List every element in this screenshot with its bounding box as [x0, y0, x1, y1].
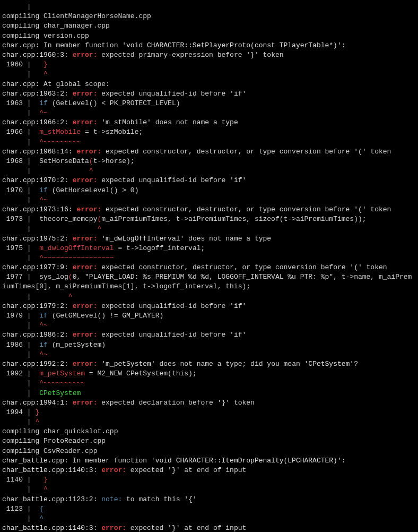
text-segment: char.cpp: [2, 41, 39, 49]
text-segment: compiling ProtoReader.cpp [2, 437, 106, 445]
terminal-line: char.cpp:1975:2: error: 'm_dwLogOffInter… [2, 234, 416, 244]
text-segment: expected constructor, destructor, or typ… [97, 263, 354, 271]
text-segment [68, 360, 73, 368]
text-segment: char.cpp:1970:2: [2, 176, 68, 184]
text-segment: { [188, 495, 193, 503]
text-segment: 1960 | [2, 61, 43, 68]
text-segment: char.cpp:1975:2: [2, 235, 68, 243]
text-segment: expected declaration before ' [97, 399, 221, 407]
text-segment: expected unqualified-id before ' [97, 331, 233, 339]
text-segment: | [2, 109, 39, 117]
text-segment: ^ [43, 485, 48, 493]
text-segment: ^ [43, 70, 48, 78]
text-segment: expected primary-expression before ' [97, 51, 250, 59]
text-segment: ' token [255, 51, 284, 59]
text-segment: ' [97, 118, 106, 126]
text-segment: | [2, 350, 39, 358]
text-segment: ': [337, 457, 346, 465]
text-segment: 1963 | [2, 99, 39, 107]
terminal-output[interactable]: | compiling ClientManagerHorseName.cppco… [0, 0, 418, 532]
text-segment: ^~ [39, 109, 48, 117]
terminal-line: char.cpp:1963:2: error: expected unquali… [2, 89, 416, 99]
terminal-line: | ^~ [2, 108, 416, 118]
text-segment: ( [89, 157, 93, 165]
text-segment: if [39, 186, 48, 194]
text-segment: ' does not name a type; did you mean ' [151, 360, 308, 368]
text-segment: char.cpp: [2, 80, 39, 88]
text-segment: } [250, 51, 255, 59]
text-segment: } [35, 408, 39, 416]
text-segment: error: [76, 148, 101, 156]
terminal-line: 1970 | if (GetHorseLevel() > 0) [2, 186, 416, 195]
text-segment: t->horse); [93, 157, 135, 165]
terminal-line: | ^~~~~~~~~~~ [2, 379, 416, 388]
text-segment: char.cpp:1979:2: [2, 302, 68, 310]
text-segment [68, 51, 73, 59]
text-segment: 1994 | [2, 408, 35, 416]
text-segment: ' does not name a type [180, 235, 272, 243]
text-segment: compiling ClientManagerHorseName.cpp [2, 12, 151, 20]
text-segment: error: [73, 51, 98, 59]
text-segment: | [2, 196, 39, 204]
text-segment [68, 118, 73, 126]
terminal-line: 1963 | if (GetLevel() < PK_PROTECT_LEVEL… [2, 99, 416, 108]
terminal-line: | CPetSystem [2, 389, 416, 398]
text-segment: (m_petSystem) [48, 341, 106, 349]
terminal-line: 1979 | if (GetGMLevel() != GM_PLAYER) [2, 311, 416, 321]
text-segment: 1979 | [2, 312, 39, 320]
text-segment: ^~ [39, 321, 48, 329]
text-segment: error: [101, 466, 126, 474]
text-segment: error: [73, 118, 98, 126]
text-segment: if [234, 176, 242, 184]
text-segment: } [43, 476, 48, 484]
text-segment: 1992 | [2, 370, 39, 377]
text-segment: ( [68, 273, 73, 281]
text-segment: } [43, 61, 48, 68]
terminal-line: char.cpp: In member function 'void CHARA… [2, 41, 416, 50]
terminal-line: char.cpp:1992:2: error: 'm_petSystem' do… [2, 359, 416, 369]
text-segment: | [2, 379, 39, 387]
text-segment: if [39, 99, 48, 107]
text-segment: char_battle.cpp:1123:2: [2, 495, 97, 503]
text-segment: void CHARACTER::SetPlayerProto(const TPl… [126, 41, 337, 49]
text-segment: 1966 | [2, 128, 39, 136]
text-segment: ^~~~~~~~~~~~~~~~~~ [39, 254, 114, 262]
terminal-line: 1960 | } [2, 60, 416, 70]
text-segment: | [2, 514, 39, 522]
text-segment: compiling char_quickslot.cpp [2, 427, 118, 435]
text-segment: (GetGMLevel() != GM_PLAYER) [48, 312, 163, 320]
text-segment: ' at end of input [176, 466, 247, 474]
terminal-line: char.cpp:1968:14: error: expected constr… [2, 147, 416, 157]
terminal-line: char.cpp:1994:1: error: expected declara… [2, 398, 416, 408]
text-segment: m_petSystem [39, 370, 85, 377]
text-segment: 1123 | [2, 505, 39, 513]
text-segment: expected ' [126, 524, 172, 532]
text-segment: char.cpp:1973:16: [2, 205, 73, 213]
text-segment: error: [73, 302, 98, 310]
text-segment: 1970 | [2, 186, 39, 194]
terminal-line: char_battle.cpp: In member function 'voi… [2, 456, 416, 466]
text-segment: expected unqualified-id before ' [97, 90, 233, 98]
text-segment: In member function ' [39, 41, 126, 49]
text-segment [68, 176, 73, 184]
text-segment: expected constructor, destructor, or typ… [101, 148, 358, 156]
text-segment [68, 235, 73, 243]
text-segment: error: [73, 399, 98, 407]
text-segment: m_petSystem [106, 360, 151, 368]
text-segment: if [39, 312, 48, 320]
text-segment: error: [73, 331, 98, 339]
text-segment: ^~ [39, 350, 48, 358]
terminal-line: char.cpp:1986:2: error: expected unquali… [2, 330, 416, 340]
text-segment: char.cpp:1966:2: [2, 118, 68, 126]
text-segment: '? [350, 360, 358, 368]
text-segment: ' [242, 90, 247, 98]
text-segment: char.cpp:1992:2: [2, 360, 68, 368]
terminal-line: char_battle.cpp:1140:3: error: expected … [2, 524, 416, 532]
terminal-line: | ^ [2, 166, 416, 176]
text-segment: | [2, 167, 89, 175]
text-segment: char.cpp:1960:3: [2, 51, 68, 59]
terminal-line: 1966 | m_stMobile = t->szMobile; [2, 127, 416, 137]
text-segment: char_battle.cpp:1140:3: [2, 524, 97, 532]
text-segment [68, 399, 73, 407]
terminal-line: 1992 | m_petSystem = M2_NEW CPetSystem(t… [2, 369, 416, 379]
